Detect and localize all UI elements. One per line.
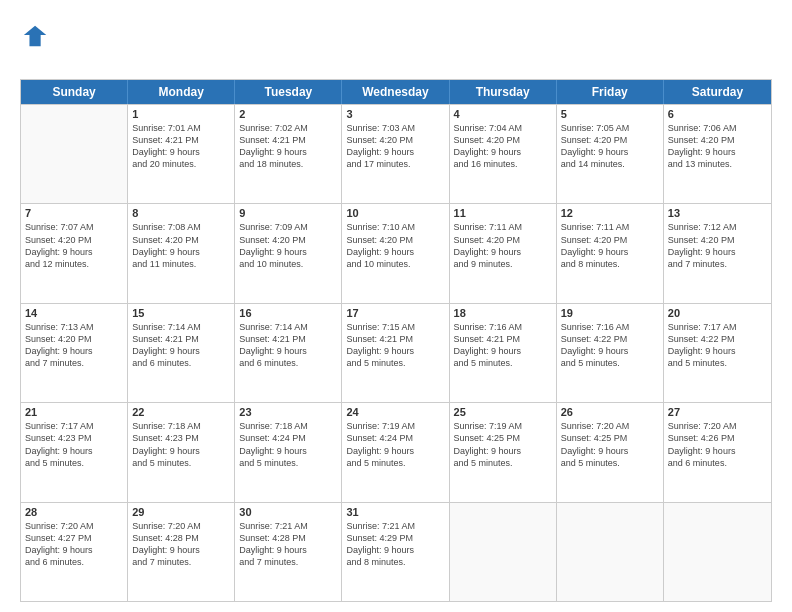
cell-line: Sunrise: 7:18 AM — [132, 420, 230, 432]
day-cell-22: 22Sunrise: 7:18 AMSunset: 4:23 PMDayligh… — [128, 403, 235, 501]
calendar-body: 1Sunrise: 7:01 AMSunset: 4:21 PMDaylight… — [21, 104, 771, 601]
day-cell-14: 14Sunrise: 7:13 AMSunset: 4:20 PMDayligh… — [21, 304, 128, 402]
cell-line: Sunset: 4:21 PM — [132, 134, 230, 146]
day-number: 5 — [561, 108, 659, 120]
cell-line: and 6 minutes. — [668, 457, 767, 469]
week-row-4: 21Sunrise: 7:17 AMSunset: 4:23 PMDayligh… — [21, 402, 771, 501]
cell-line: Daylight: 9 hours — [454, 345, 552, 357]
logo-icon — [22, 22, 50, 50]
day-number: 6 — [668, 108, 767, 120]
day-cell-27: 27Sunrise: 7:20 AMSunset: 4:26 PMDayligh… — [664, 403, 771, 501]
day-number: 12 — [561, 207, 659, 219]
day-cell-15: 15Sunrise: 7:14 AMSunset: 4:21 PMDayligh… — [128, 304, 235, 402]
cell-line: Sunset: 4:27 PM — [25, 532, 123, 544]
day-number: 15 — [132, 307, 230, 319]
weekday-header-tuesday: Tuesday — [235, 80, 342, 104]
cell-line: Sunset: 4:20 PM — [25, 234, 123, 246]
day-cell-5: 5Sunrise: 7:05 AMSunset: 4:20 PMDaylight… — [557, 105, 664, 203]
cell-line: Sunset: 4:20 PM — [668, 134, 767, 146]
cell-line: Sunrise: 7:11 AM — [454, 221, 552, 233]
cell-line: Daylight: 9 hours — [239, 246, 337, 258]
day-number: 30 — [239, 506, 337, 518]
day-cell-20: 20Sunrise: 7:17 AMSunset: 4:22 PMDayligh… — [664, 304, 771, 402]
day-cell-16: 16Sunrise: 7:14 AMSunset: 4:21 PMDayligh… — [235, 304, 342, 402]
day-number: 29 — [132, 506, 230, 518]
page: SundayMondayTuesdayWednesdayThursdayFrid… — [0, 0, 792, 612]
day-cell-10: 10Sunrise: 7:10 AMSunset: 4:20 PMDayligh… — [342, 204, 449, 302]
cell-line: Sunset: 4:28 PM — [132, 532, 230, 544]
cell-line: Sunrise: 7:17 AM — [668, 321, 767, 333]
weekday-header-thursday: Thursday — [450, 80, 557, 104]
cell-line: Sunrise: 7:20 AM — [561, 420, 659, 432]
day-cell-empty-4-5 — [557, 503, 664, 601]
cell-line: Daylight: 9 hours — [668, 445, 767, 457]
day-number: 13 — [668, 207, 767, 219]
cell-line: Sunset: 4:21 PM — [346, 333, 444, 345]
day-cell-30: 30Sunrise: 7:21 AMSunset: 4:28 PMDayligh… — [235, 503, 342, 601]
day-cell-4: 4Sunrise: 7:04 AMSunset: 4:20 PMDaylight… — [450, 105, 557, 203]
day-number: 31 — [346, 506, 444, 518]
cell-line: Sunset: 4:20 PM — [668, 234, 767, 246]
cell-line: and 5 minutes. — [25, 457, 123, 469]
day-number: 26 — [561, 406, 659, 418]
cell-line: Daylight: 9 hours — [25, 345, 123, 357]
cell-line: and 5 minutes. — [561, 357, 659, 369]
logo — [20, 22, 50, 71]
week-row-1: 1Sunrise: 7:01 AMSunset: 4:21 PMDaylight… — [21, 104, 771, 203]
cell-line: Sunset: 4:29 PM — [346, 532, 444, 544]
day-cell-25: 25Sunrise: 7:19 AMSunset: 4:25 PMDayligh… — [450, 403, 557, 501]
day-cell-1: 1Sunrise: 7:01 AMSunset: 4:21 PMDaylight… — [128, 105, 235, 203]
day-number: 21 — [25, 406, 123, 418]
cell-line: and 5 minutes. — [132, 457, 230, 469]
cell-line: Sunset: 4:22 PM — [668, 333, 767, 345]
day-cell-8: 8Sunrise: 7:08 AMSunset: 4:20 PMDaylight… — [128, 204, 235, 302]
cell-line: and 13 minutes. — [668, 158, 767, 170]
cell-line: Sunset: 4:28 PM — [239, 532, 337, 544]
cell-line: Daylight: 9 hours — [668, 146, 767, 158]
cell-line: Sunrise: 7:17 AM — [25, 420, 123, 432]
day-cell-28: 28Sunrise: 7:20 AMSunset: 4:27 PMDayligh… — [21, 503, 128, 601]
cell-line: Sunrise: 7:14 AM — [132, 321, 230, 333]
day-cell-empty-0-0 — [21, 105, 128, 203]
day-number: 10 — [346, 207, 444, 219]
cell-line: Sunrise: 7:02 AM — [239, 122, 337, 134]
cell-line: Daylight: 9 hours — [25, 246, 123, 258]
cell-line: and 5 minutes. — [239, 457, 337, 469]
day-cell-13: 13Sunrise: 7:12 AMSunset: 4:20 PMDayligh… — [664, 204, 771, 302]
day-cell-9: 9Sunrise: 7:09 AMSunset: 4:20 PMDaylight… — [235, 204, 342, 302]
cell-line: Sunrise: 7:20 AM — [132, 520, 230, 532]
cell-line: and 10 minutes. — [239, 258, 337, 270]
day-cell-17: 17Sunrise: 7:15 AMSunset: 4:21 PMDayligh… — [342, 304, 449, 402]
cell-line: Sunset: 4:21 PM — [239, 333, 337, 345]
cell-line: and 6 minutes. — [25, 556, 123, 568]
cell-line: Sunset: 4:21 PM — [454, 333, 552, 345]
cell-line: and 8 minutes. — [561, 258, 659, 270]
cell-line: Daylight: 9 hours — [561, 246, 659, 258]
cell-line: Sunrise: 7:15 AM — [346, 321, 444, 333]
day-number: 22 — [132, 406, 230, 418]
day-number: 11 — [454, 207, 552, 219]
cell-line: Daylight: 9 hours — [25, 544, 123, 556]
cell-line: Sunset: 4:20 PM — [239, 234, 337, 246]
day-number: 14 — [25, 307, 123, 319]
cell-line: Sunrise: 7:01 AM — [132, 122, 230, 134]
day-cell-26: 26Sunrise: 7:20 AMSunset: 4:25 PMDayligh… — [557, 403, 664, 501]
cell-line: Sunrise: 7:03 AM — [346, 122, 444, 134]
day-number: 23 — [239, 406, 337, 418]
day-number: 3 — [346, 108, 444, 120]
cell-line: and 9 minutes. — [454, 258, 552, 270]
cell-line: Sunrise: 7:08 AM — [132, 221, 230, 233]
cell-line: and 20 minutes. — [132, 158, 230, 170]
day-cell-31: 31Sunrise: 7:21 AMSunset: 4:29 PMDayligh… — [342, 503, 449, 601]
day-number: 7 — [25, 207, 123, 219]
day-cell-19: 19Sunrise: 7:16 AMSunset: 4:22 PMDayligh… — [557, 304, 664, 402]
week-row-2: 7Sunrise: 7:07 AMSunset: 4:20 PMDaylight… — [21, 203, 771, 302]
cell-line: Daylight: 9 hours — [454, 246, 552, 258]
cell-line: and 18 minutes. — [239, 158, 337, 170]
cell-line: and 5 minutes. — [454, 457, 552, 469]
day-number: 4 — [454, 108, 552, 120]
day-cell-empty-4-6 — [664, 503, 771, 601]
cell-line: Daylight: 9 hours — [346, 544, 444, 556]
weekday-header-monday: Monday — [128, 80, 235, 104]
cell-line: Sunrise: 7:20 AM — [25, 520, 123, 532]
